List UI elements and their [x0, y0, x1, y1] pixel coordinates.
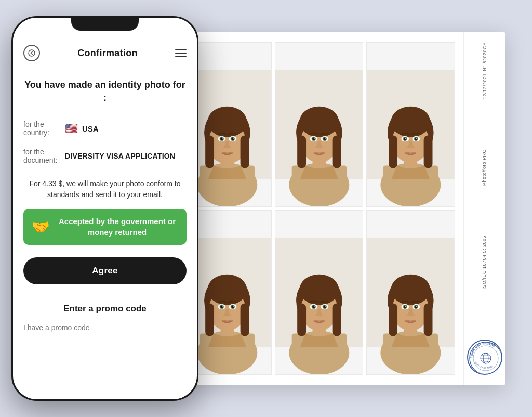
- svg-point-90: [325, 306, 326, 307]
- svg-point-34: [323, 137, 326, 140]
- section-title: You have made an identity photo for :: [23, 79, 187, 105]
- document-label: for the document:: [23, 148, 65, 164]
- svg-point-80: [299, 275, 339, 305]
- svg-point-53: [405, 138, 406, 139]
- compliant-stamp: COMPLIANT PHOTOS ICAO · OACI · MAO: [467, 340, 502, 375]
- brand-text: Photo/foto PRO: [482, 149, 488, 186]
- phone-inner: Confirmation You have made an identity p…: [13, 18, 197, 399]
- document-row: for the document: DIVERSITY VISA APPLICA…: [23, 142, 187, 170]
- svg-point-71: [222, 306, 223, 307]
- country-row: for the country: 🇺🇸 USA: [23, 115, 187, 142]
- phone: Confirmation You have made an identity p…: [11, 16, 198, 401]
- guarantee-badge: 🤝 Accepted by the government or money re…: [23, 208, 187, 245]
- svg-point-108: [416, 306, 417, 307]
- agree-button[interactable]: Agree: [23, 257, 187, 284]
- nav-header: Confirmation: [13, 41, 197, 68]
- promo-input[interactable]: [23, 320, 187, 335]
- svg-point-107: [405, 306, 406, 307]
- svg-point-62: [207, 275, 247, 305]
- promo-title: Enter a promo code: [23, 304, 187, 314]
- svg-point-51: [404, 137, 406, 140]
- svg-point-17: [222, 138, 223, 139]
- photo-sheet: N° 82020GA 12/12/2021 Photo/foto PRO ISO…: [172, 32, 505, 385]
- price-text: For 4.33 $, we will make your photo conf…: [23, 178, 187, 200]
- svg-rect-45: [389, 136, 397, 168]
- svg-point-106: [415, 305, 418, 308]
- serial-number: N° 82020GA: [482, 42, 487, 71]
- svg-rect-10: [241, 136, 249, 168]
- promo-section: Enter a promo code: [23, 295, 187, 335]
- photo-grid: [172, 32, 463, 385]
- menu-line-3: [175, 56, 187, 57]
- country-value: 🇺🇸 USA: [65, 122, 99, 135]
- guarantee-icon: 🤝: [32, 218, 50, 236]
- photo-cell-3: [366, 42, 455, 207]
- svg-text:ICAO · OACI · MAO: ICAO · OACI · MAO: [474, 361, 493, 369]
- nav-title: Confirmation: [77, 48, 138, 59]
- svg-point-15: [220, 137, 223, 140]
- svg-rect-9: [205, 136, 214, 168]
- phone-notch: [71, 16, 139, 31]
- svg-rect-28: [332, 136, 341, 168]
- svg-point-33: [312, 137, 315, 140]
- svg-rect-99: [389, 304, 397, 336]
- svg-point-87: [312, 305, 315, 308]
- svg-point-72: [233, 306, 234, 307]
- sheet-date: 12/12/2021: [482, 73, 487, 99]
- svg-point-88: [323, 305, 326, 308]
- svg-rect-64: [241, 304, 249, 336]
- country-label: for the country:: [23, 120, 65, 137]
- svg-point-18: [233, 138, 234, 139]
- photo-side-strip: N° 82020GA 12/12/2021 Photo/foto PRO ISO…: [463, 32, 505, 385]
- menu-line-2: [175, 53, 187, 54]
- svg-point-118: [29, 50, 35, 56]
- svg-point-105: [404, 305, 406, 308]
- phone-content[interactable]: You have made an identity photo for : fo…: [13, 68, 197, 399]
- svg-point-16: [231, 137, 234, 140]
- svg-rect-82: [332, 304, 341, 336]
- svg-point-44: [391, 107, 431, 137]
- menu-line-1: [175, 49, 187, 50]
- country-name: USA: [82, 124, 99, 133]
- svg-point-98: [391, 275, 431, 305]
- document-name: DIVERSITY VISA APPLICATION: [65, 152, 175, 160]
- svg-point-54: [416, 138, 417, 139]
- svg-point-69: [220, 305, 223, 308]
- svg-rect-63: [205, 304, 214, 336]
- svg-point-26: [299, 107, 339, 137]
- svg-point-70: [231, 305, 234, 308]
- photo-cell-6: [366, 210, 455, 375]
- photo-cell-5: [275, 210, 364, 375]
- svg-rect-46: [424, 136, 433, 168]
- menu-button[interactable]: [175, 49, 187, 57]
- svg-point-8: [207, 107, 247, 137]
- svg-rect-81: [297, 304, 306, 336]
- svg-rect-27: [297, 136, 306, 168]
- svg-point-36: [325, 138, 326, 139]
- svg-point-35: [313, 138, 314, 139]
- svg-point-89: [313, 306, 314, 307]
- back-button[interactable]: [23, 45, 40, 61]
- scene: N° 82020GA 12/12/2021 Photo/foto PRO ISO…: [11, 11, 521, 406]
- guarantee-text: Accepted by the government or money retu…: [56, 216, 178, 238]
- svg-point-52: [415, 137, 418, 140]
- country-flag: 🇺🇸: [65, 122, 78, 135]
- svg-rect-100: [424, 304, 433, 336]
- photo-cell-2: [275, 42, 364, 207]
- iso-text: ISO/IEC 10704 5: 2005: [482, 236, 488, 290]
